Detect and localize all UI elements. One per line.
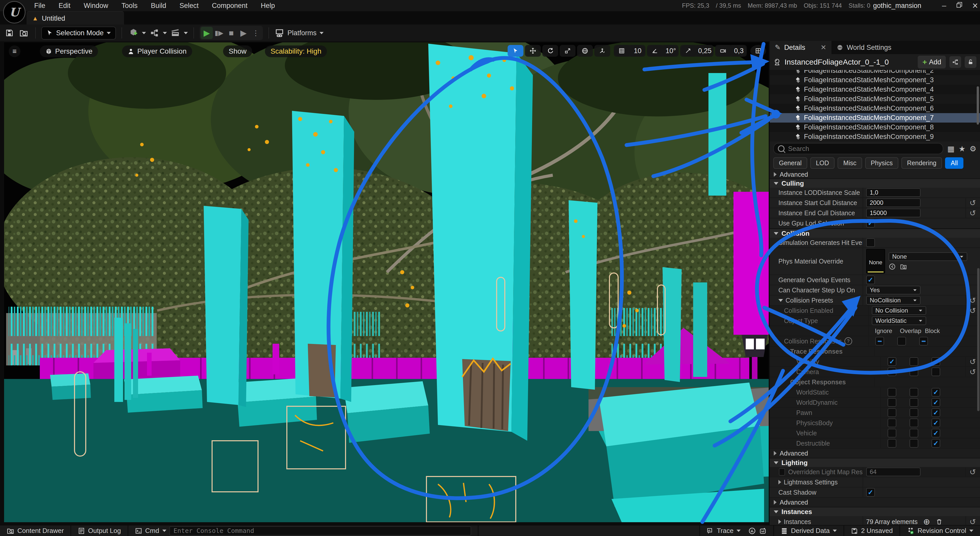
component-item[interactable]: FoliageInstancedStaticMeshComponent_2 (770, 70, 980, 75)
visibility-overlap-checkbox[interactable] (910, 357, 918, 366)
perspective-dropdown[interactable]: Perspective (40, 45, 98, 57)
collision-enabled-dropdown[interactable]: No Collision (872, 306, 926, 315)
search-input-wrap[interactable] (773, 143, 943, 154)
minimize-button[interactable]: – (942, 1, 946, 10)
pawn-ignore-checkbox[interactable] (888, 408, 896, 417)
cast-shadow-checkbox[interactable] (866, 488, 875, 497)
cinematics-button[interactable] (169, 27, 181, 39)
responses-ignore-checkbox[interactable] (875, 337, 884, 346)
level-tab[interactable]: ▲ Untitled (27, 11, 124, 25)
select-tool-button[interactable] (508, 45, 523, 57)
grid-snap-toggle[interactable] (614, 45, 630, 57)
lightmap-override-checkbox[interactable] (779, 468, 785, 476)
component-item[interactable]: FoliageInstancedStaticMeshComponent_6 (770, 104, 980, 113)
close-button[interactable]: × (972, 0, 978, 11)
camera-speed-button[interactable] (715, 45, 731, 57)
object-type-dropdown[interactable]: WorldStatic (872, 316, 926, 325)
menu-tools[interactable]: Tools (116, 0, 143, 11)
vehicle-block-checkbox[interactable] (932, 429, 940, 437)
chevron-down-icon[interactable] (142, 32, 146, 34)
phys-material-dropdown[interactable]: None (889, 252, 967, 261)
visibility-ignore-checkbox[interactable] (888, 357, 896, 366)
scale-snap-toggle[interactable] (680, 45, 696, 57)
menu-help[interactable]: Help (255, 0, 281, 11)
revert-icon[interactable]: ↺ (966, 367, 976, 376)
filter-general[interactable]: General (773, 157, 807, 169)
advanced-section-lighting[interactable]: Advanced (770, 498, 980, 507)
filter-misc[interactable]: Misc (838, 157, 862, 169)
edit-blueprint-button[interactable] (950, 56, 961, 68)
search-input[interactable] (788, 145, 933, 153)
browse-asset-icon[interactable] (900, 263, 907, 270)
step-up-dropdown[interactable]: Yes (866, 286, 921, 294)
display-options-icon[interactable]: ▦ (947, 144, 955, 153)
collision-presets-dropdown[interactable]: NoCollision (866, 296, 921, 305)
launch-button[interactable]: ▶ (237, 27, 250, 39)
insights-icon[interactable] (748, 527, 756, 535)
cmd-label[interactable]: Cmd (145, 527, 159, 535)
physicsbody-block-checkbox[interactable] (932, 418, 940, 427)
close-icon[interactable]: ✕ (821, 43, 826, 52)
transform-gizmo-button[interactable] (594, 45, 610, 57)
worldstatic-block-checkbox[interactable] (932, 388, 940, 397)
camera-block-checkbox[interactable] (932, 367, 940, 376)
worlddynamic-overlap-checkbox[interactable] (910, 398, 918, 407)
platforms-dropdown[interactable]: Platforms (275, 28, 324, 38)
use-selected-icon[interactable] (889, 263, 896, 270)
play-button[interactable]: ▶ (200, 27, 213, 39)
gpu-lod-checkbox[interactable] (866, 219, 875, 228)
destructible-block-checkbox[interactable] (932, 439, 940, 448)
section-culling[interactable]: Culling (770, 179, 980, 188)
responses-overlap-checkbox[interactable] (897, 337, 906, 346)
component-item[interactable]: FoliageInstancedStaticMeshComponent_5 (770, 94, 980, 104)
tab-details[interactable]: ✎ Details ✕ (770, 41, 832, 54)
camera-overlap-checkbox[interactable] (910, 367, 918, 376)
overlap-events-checkbox[interactable] (866, 276, 875, 284)
revert-icon[interactable]: ↺ (966, 198, 976, 207)
editor-mode-select[interactable]: Selection Mode (41, 27, 116, 40)
revert-icon[interactable]: ↺ (966, 516, 976, 525)
worldstatic-overlap-checkbox[interactable] (910, 388, 918, 397)
revert-icon[interactable]: ↺ (966, 295, 976, 305)
start-cull-input[interactable]: 2000 (866, 198, 921, 207)
filter-all[interactable]: All (945, 157, 963, 169)
sim-hit-checkbox[interactable] (866, 238, 875, 247)
menu-edit[interactable]: Edit (53, 0, 76, 11)
viewport-options-menu[interactable]: ≡ (9, 45, 21, 57)
restore-button[interactable] (956, 1, 963, 10)
add-actor-button[interactable] (127, 27, 139, 39)
help-icon[interactable]: ? (845, 337, 852, 345)
blueprints-button[interactable] (148, 27, 160, 39)
advanced-section-collision[interactable]: Advanced (770, 449, 980, 458)
scalability-warning[interactable]: Scalability: High (265, 45, 327, 57)
destructible-ignore-checkbox[interactable] (888, 439, 896, 448)
destructible-overlap-checkbox[interactable] (910, 439, 918, 448)
vehicle-overlap-checkbox[interactable] (910, 429, 918, 437)
advanced-section-top[interactable]: Advanced (770, 170, 980, 179)
visibility-block-checkbox[interactable] (932, 357, 940, 366)
console-command-input[interactable] (169, 526, 471, 536)
revert-icon[interactable]: ↺ (966, 467, 976, 477)
component-item[interactable]: FoliageInstancedStaticMeshComponent_9 (770, 132, 980, 142)
content-drawer-button[interactable]: Content Drawer (0, 525, 71, 536)
derived-data-dropdown[interactable]: Derived Data (774, 525, 844, 536)
menu-window[interactable]: Window (78, 0, 114, 11)
worlddynamic-block-checkbox[interactable] (932, 398, 940, 407)
world-space-button[interactable] (577, 45, 593, 57)
source-control-unsaved[interactable]: 2 Unsaved (844, 525, 900, 536)
play-options-kebab[interactable]: ⋮ (250, 27, 262, 39)
grid-snap-value[interactable]: 10 (630, 45, 646, 57)
view-mode-dropdown[interactable]: Player Collision (122, 45, 192, 57)
show-dropdown[interactable]: Show (223, 45, 252, 57)
menu-select[interactable]: Select (174, 0, 204, 11)
unreal-logo[interactable]: U (3, 1, 25, 24)
skip-button[interactable]: ▮▶ (213, 27, 225, 39)
section-lighting[interactable]: Lighting (770, 458, 980, 467)
component-scrollbar[interactable] (977, 86, 979, 124)
details-scrollbar[interactable] (977, 268, 980, 411)
move-tool-button[interactable] (525, 45, 541, 57)
scale-snap-value[interactable]: 0,25 (696, 45, 714, 57)
chevron-down-icon[interactable] (163, 32, 167, 34)
filter-rendering[interactable]: Rendering (901, 157, 942, 169)
scale-tool-button[interactable] (560, 45, 576, 57)
